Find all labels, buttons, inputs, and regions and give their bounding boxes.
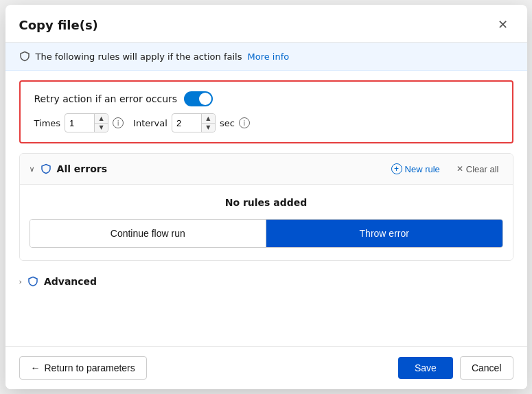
close-button[interactable]: ✕ [492,16,513,34]
interval-input[interactable] [172,118,198,128]
times-label: Times [34,118,61,128]
advanced-section[interactable]: › Advanced [5,268,527,295]
advanced-title: Advanced [44,276,97,287]
interval-label: Interval [133,118,167,128]
plus-icon: + [391,163,402,174]
copy-files-dialog: Copy file(s) ✕ The following rules will … [5,5,527,389]
save-button[interactable]: Save [398,357,453,379]
interval-info-icon[interactable]: i [239,117,250,128]
interval-arrows: ▲ ▼ [201,114,215,132]
new-rule-button[interactable]: + New rule [387,161,444,177]
dialog-header: Copy file(s) ✕ [5,5,527,43]
interval-group: Interval ▲ ▼ sec i [133,113,250,132]
throw-error-button[interactable]: Throw error [266,220,502,247]
times-input[interactable] [65,118,91,128]
clear-all-button[interactable]: ✕ Clear all [452,161,503,177]
times-down-arrow[interactable]: ▼ [95,124,108,132]
errors-shield-icon [41,163,51,174]
interval-up-arrow[interactable]: ▲ [202,114,215,124]
retry-section: Retry action if an error occurs Times ▲ … [19,80,513,143]
new-rule-label: New rule [405,164,440,174]
x-icon: ✕ [456,164,463,174]
errors-header-right: + New rule ✕ Clear all [387,161,503,177]
errors-title: All errors [57,163,107,174]
action-buttons: Continue flow run Throw error [30,219,503,248]
dialog-footer: ← Return to parameters Save Cancel [5,346,527,389]
continue-flow-button[interactable]: Continue flow run [30,220,267,247]
errors-chevron-icon[interactable]: ∨ [30,165,35,174]
errors-body: No rules added Continue flow run Throw e… [20,185,513,260]
footer-right: Save Cancel [398,356,513,380]
return-to-parameters-button[interactable]: ← Return to parameters [19,356,147,380]
advanced-shield-icon [27,276,38,287]
errors-header-left: ∨ All errors [30,163,108,174]
no-rules-message: No rules added [30,197,503,208]
info-bar: The following rules will apply if the ac… [5,43,527,71]
retry-toggle[interactable] [184,91,213,106]
advanced-chevron-icon: › [19,277,22,286]
retry-label: Retry action if an error occurs [34,93,178,104]
more-info-link[interactable]: More info [247,51,289,62]
footer-left: ← Return to parameters [19,356,147,380]
clear-all-label: Clear all [466,164,499,174]
interval-down-arrow[interactable]: ▼ [202,124,215,132]
times-spinbox[interactable]: ▲ ▼ [65,113,108,132]
times-group: Times ▲ ▼ i [34,113,124,132]
dialog-body: The following rules will apply if the ac… [5,43,527,346]
interval-spinbox[interactable]: ▲ ▼ [172,113,216,132]
info-text: The following rules will apply if the ac… [36,51,242,62]
errors-section: ∨ All errors + New rule ✕ Clear all [19,153,513,261]
return-label: Return to parameters [45,362,135,373]
cancel-button[interactable]: Cancel [460,356,513,380]
retry-row: Retry action if an error occurs [34,91,498,106]
interval-unit: sec [220,118,235,128]
times-arrows: ▲ ▼ [94,114,108,132]
shield-icon [19,51,30,62]
return-arrow-icon: ← [31,362,41,373]
retry-params-row: Times ▲ ▼ i Interval ▲ [34,113,498,132]
errors-header: ∨ All errors + New rule ✕ Clear all [20,154,513,185]
times-up-arrow[interactable]: ▲ [95,114,108,124]
dialog-title: Copy file(s) [19,18,98,32]
times-info-icon[interactable]: i [113,117,124,128]
